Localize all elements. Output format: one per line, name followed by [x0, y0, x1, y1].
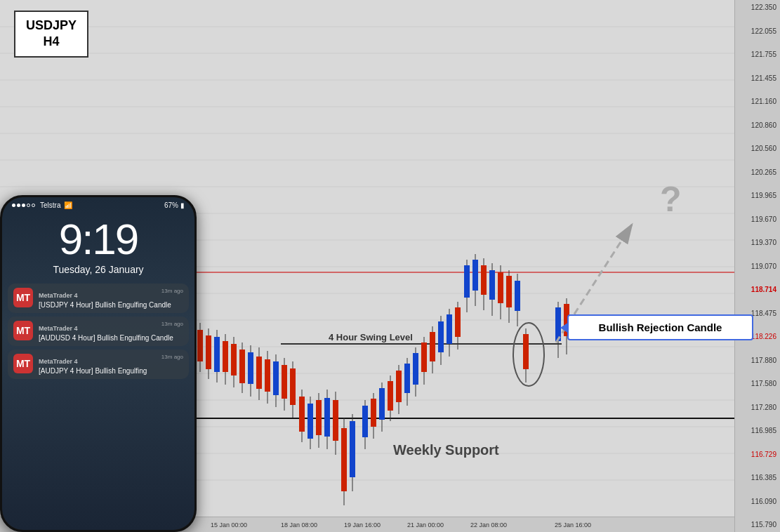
phone-carrier: Telstra [40, 201, 60, 209]
price-axis: 122.350 122.055 121.755 121.455 121.160 … [734, 0, 780, 532]
phone-time: 9:19 [2, 214, 194, 264]
signal-dot-3 [22, 204, 25, 207]
svg-rect-104 [447, 314, 452, 344]
swing-level-label: 4 Hour Swing Level [329, 332, 413, 343]
svg-rect-122 [523, 334, 529, 369]
notifications-list: MT MetaTrader 4 13m ago [USDJPY 4 Hour] … [2, 284, 194, 379]
question-mark: ? [660, 179, 682, 220]
phone-status-bar: Telstra 📶 67% ▮ [2, 197, 194, 211]
svg-rect-118 [506, 276, 512, 307]
svg-rect-110 [472, 260, 478, 291]
svg-rect-54 [231, 344, 237, 375]
notif-icon-2: MT [13, 321, 33, 340]
notif-icon-3: MT [13, 354, 33, 373]
svg-rect-108 [464, 265, 470, 298]
svg-rect-102 [438, 321, 444, 352]
notif-app-2: MetaTrader 4 [39, 325, 78, 332]
signal-bars [12, 204, 35, 207]
notif-content-3: MetaTrader 4 13m ago [AUDJPY 4 Hour] Bul… [39, 354, 183, 375]
time-label-2: 15 Jan 00:00 [211, 521, 247, 528]
svg-rect-100 [430, 332, 435, 361]
notif-app-3: MetaTrader 4 [39, 358, 78, 365]
svg-rect-84 [362, 406, 368, 437]
notif-icon-1: MT [13, 288, 33, 307]
time-label-6: 22 Jan 08:00 [470, 521, 507, 528]
svg-rect-90 [388, 381, 393, 411]
price-122055: 122.055 [736, 27, 779, 35]
price-119370: 119.370 [736, 239, 779, 246]
phone-date: Tuesday, 26 January [2, 264, 194, 275]
svg-rect-88 [379, 388, 385, 420]
phone-overlay: Telstra 📶 67% ▮ 9:19 Tuesday, 26 January… [0, 195, 197, 532]
price-122350: 122.350 [736, 4, 779, 11]
price-121755: 121.755 [736, 51, 779, 58]
time-label-3: 18 Jan 08:00 [281, 521, 317, 528]
price-117580: 117.580 [736, 380, 779, 387]
svg-rect-68 [290, 368, 296, 405]
svg-rect-92 [396, 371, 402, 402]
notif-title-1: [USDJPY 4 Hour] Bullish Engulfing Candle [39, 301, 183, 309]
price-117280: 117.280 [736, 404, 779, 411]
notif-time-3: 13m ago [161, 354, 183, 360]
svg-rect-64 [273, 361, 279, 395]
svg-rect-58 [248, 352, 253, 384]
signal-dot-5 [32, 204, 35, 207]
svg-rect-76 [324, 398, 330, 437]
notif-content-1: MetaTrader 4 13m ago [USDJPY 4 Hour] Bul… [39, 288, 183, 309]
svg-rect-72 [308, 404, 313, 439]
signal-dot-2 [17, 204, 20, 207]
svg-rect-80 [341, 428, 347, 491]
svg-rect-62 [265, 359, 270, 392]
price-115790: 115.790 [736, 521, 779, 528]
svg-rect-116 [498, 272, 503, 303]
svg-rect-74 [316, 400, 322, 435]
time-label-5: 21 Jan 00:00 [407, 521, 444, 528]
notif-title-3: [AUDJPY 4 Hour] Bullish Engulfing [39, 367, 183, 375]
notif-time-1: 13m ago [161, 288, 183, 294]
svg-rect-56 [239, 350, 245, 383]
svg-rect-52 [223, 341, 228, 372]
symbol-box: USDJPY H4 [14, 11, 88, 58]
price-116985: 116.985 [736, 427, 779, 434]
notification-3: MT MetaTrader 4 13m ago [AUDJPY 4 Hour] … [8, 350, 189, 379]
svg-rect-50 [214, 337, 220, 372]
price-119670: 119.670 [736, 215, 779, 223]
phone-battery: 67% ▮ [164, 201, 185, 209]
price-118714: 118.714 [736, 286, 779, 293]
svg-rect-112 [481, 265, 487, 295]
svg-rect-114 [489, 270, 495, 300]
battery-percent: 67% [164, 201, 178, 209]
time-label-7: 25 Jan 16:00 [555, 521, 591, 528]
price-121455: 121.455 [736, 74, 779, 82]
svg-rect-82 [350, 421, 355, 477]
price-120560: 120.560 [736, 145, 779, 152]
timeframe: H4 [26, 34, 77, 50]
price-119070: 119.070 [736, 262, 779, 270]
svg-rect-86 [371, 399, 376, 427]
notif-app-1: MetaTrader 4 [39, 292, 78, 299]
svg-rect-98 [421, 343, 427, 372]
svg-rect-48 [206, 335, 211, 369]
notif-content-2: MetaTrader 4 13m ago [AUDUSD 4 Hour] Bul… [39, 321, 183, 342]
signal-dot-4 [27, 204, 30, 207]
phone-screen: Telstra 📶 67% ▮ 9:19 Tuesday, 26 January… [2, 197, 194, 530]
notification-2: MT MetaTrader 4 13m ago [AUDUSD 4 Hour] … [8, 317, 189, 346]
weekly-support-label: Weekly Support [393, 442, 499, 458]
battery-icon: ▮ [180, 201, 185, 209]
svg-rect-66 [282, 365, 287, 399]
svg-rect-60 [256, 357, 262, 389]
annotation-box: Bullish Rejection Candle [567, 314, 753, 340]
svg-rect-94 [404, 364, 410, 393]
price-120265: 120.265 [736, 168, 779, 176]
price-116090: 116.090 [736, 498, 779, 505]
price-117880: 117.880 [736, 357, 779, 364]
signal-dot-1 [12, 204, 15, 207]
svg-rect-78 [333, 400, 338, 441]
notification-1: MT MetaTrader 4 13m ago [USDJPY 4 Hour] … [8, 284, 189, 313]
price-116385: 116.385 [736, 474, 779, 481]
svg-rect-106 [455, 307, 461, 337]
wifi-icon: 📶 [64, 201, 72, 209]
svg-rect-46 [197, 330, 203, 361]
notif-time-2: 13m ago [161, 321, 183, 327]
price-120860: 120.860 [736, 121, 779, 129]
